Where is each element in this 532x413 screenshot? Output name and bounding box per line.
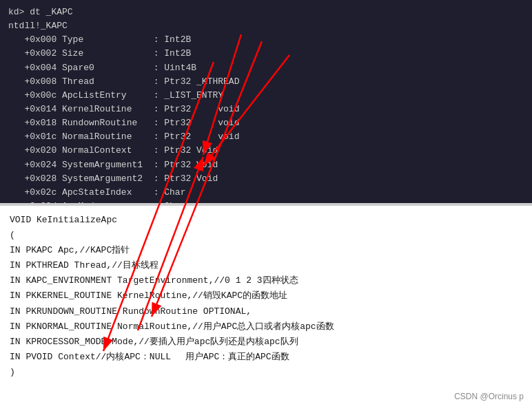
code-line-7: +0x00c ApcListEntry : _LIST_ENTRY	[8, 89, 524, 103]
code-line-2: ntdll!_KAPC	[8, 19, 524, 33]
code-line-11: +0x020 NormalContext : Ptr32 Void	[8, 144, 524, 158]
code-line-3: +0x000 Type : Int2B	[8, 33, 524, 47]
code-line-8: +0x014 KernelRoutine : Ptr32 void	[8, 103, 524, 116]
open-paren: (	[10, 228, 522, 243]
code-line-14: +0x02c ApcStateIndex : Char	[8, 186, 524, 200]
code-line-12: +0x024 SystemArgument1 : Ptr32 Void	[8, 158, 524, 172]
param-2: IN PKTHREAD Thread,//目标线程	[10, 258, 522, 273]
top-code-section: kd> dt _KAPC ntdll!_KAPC +0x000 Type : I…	[0, 0, 532, 203]
close-paren: )	[10, 365, 522, 380]
main-container: kd> dt _KAPC ntdll!_KAPC +0x000 Type : I…	[0, 0, 532, 413]
void-declaration: VOID KeInitializeApc	[10, 213, 522, 228]
param-4: IN PKKERNEL_ROUTINE KernelRoutine,//销毁KA…	[10, 288, 522, 304]
bottom-code-section: VOID KeInitializeApc ( IN PKAPC Apc,//KA…	[0, 206, 532, 409]
watermark-text: CSDN @Orcinus p	[454, 390, 524, 403]
param-6: IN PKNORMAL_ROUTINE NormalRoutine,//用户AP…	[10, 319, 522, 335]
param-3: IN KAPC_ENVIRONMENT TargetEnvironment,//…	[10, 273, 522, 288]
code-line-1: kd> dt _KAPC	[8, 6, 524, 19]
code-line-13: +0x028 SystemArgument2 : Ptr32 Void	[8, 172, 524, 186]
code-line-4: +0x002 Size : Int2B	[8, 47, 524, 61]
param-7: IN KPROCESSOR_MODE Mode,//要插入用户apc队列还是内核…	[10, 335, 522, 350]
code-line-5: +0x004 Spare0 : Uint4B	[8, 61, 524, 75]
param-5: IN PKRUNDOWN_ROUTINE RundownRoutine OPTI…	[10, 304, 522, 319]
code-line-10: +0x01c NormalRoutine : Ptr32 void	[8, 130, 524, 144]
param-8: IN PVOID Context//内核APC：NULL 用户APC：真正的AP…	[10, 350, 522, 365]
code-line-9: +0x018 RundownRoutine : Ptr32 void	[8, 116, 524, 130]
param-1: IN PKAPC Apc,//KAPC指针	[10, 243, 522, 258]
code-line-6: +0x008 Thread : Ptr32 _KTHREAD	[8, 75, 524, 89]
